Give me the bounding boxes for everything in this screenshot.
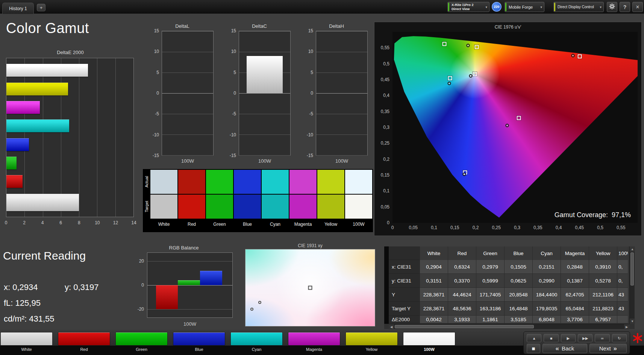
pattern-source-dropdown[interactable]: Direct Display Control ▾ [553, 2, 604, 12]
horizontal-scroll-thumb[interactable] [395, 325, 534, 328]
mini-y-axis: 151050-5-10-15 [150, 31, 161, 156]
cie-measured-marker-blue [463, 173, 466, 176]
table-body: x: CIE310,29040,63240,29790,15050,21510,… [389, 260, 629, 323]
table-vertical-scrollbar[interactable]: ▲ ▼ [629, 246, 635, 324]
table-cell: 228,3671 [420, 288, 448, 302]
pattern-label: Yellow [345, 347, 398, 352]
mini-tick-label: -10 [307, 132, 313, 137]
vertical-scroll-thumb[interactable] [630, 252, 634, 286]
table-header-magenta: Magenta [561, 246, 589, 260]
table-cell: 0,1505 [504, 260, 532, 274]
table-header-white: White [420, 246, 448, 260]
table-row[interactable]: y: CIE310,31510,33700,59990,06250,29900,… [389, 274, 629, 288]
meter-name: X-Rite i1Pro 2 Direct View [452, 3, 474, 11]
pattern-swatch [403, 332, 455, 346]
table-cell: 228,3671 [420, 302, 448, 316]
cie-x-tick-label: 0,5 [597, 225, 603, 230]
pattern-button-cyan[interactable]: Cyan [230, 332, 283, 352]
cie-target-marker-green [442, 42, 447, 46]
cie-x-tick-label: 0,4 [556, 225, 562, 230]
mini-gridline [239, 93, 290, 94]
deltae-bar-blue [6, 138, 29, 151]
workflow-dropdown[interactable]: Mobile Forge ▾ [505, 2, 544, 12]
table-row[interactable]: ΔE20000,00423,19331,18613,51856,80483,77… [389, 316, 629, 323]
pattern-label: Magenta [288, 347, 340, 352]
skip-button[interactable]: ▶▶ [578, 334, 592, 342]
pattern-button-100w[interactable]: 100W [403, 332, 455, 352]
stop-button[interactable]: ■ [544, 334, 558, 342]
loop-button[interactable]: ∞ [595, 334, 609, 342]
settings-button[interactable] [607, 2, 617, 12]
mini-gridline [162, 114, 213, 114]
chart-title: DeltaE 2000 [5, 50, 136, 55]
swatch-column-cyan: Cyan [262, 170, 289, 231]
app-window: History 1 + X-Rite i1Pro 2 Direct View ▾… [0, 0, 644, 355]
swatch-actual [206, 170, 233, 194]
add-tab-button[interactable]: + [37, 4, 45, 11]
gamut-coverage-readout: Gamut Coverage: 97,1% [555, 211, 631, 219]
pattern-button-green[interactable]: Green [115, 332, 168, 352]
mini-tick-label: 0 [311, 91, 313, 96]
table-row[interactable]: Y228,367144,4624171,740520,8548184,44006… [389, 288, 629, 302]
help-button[interactable]: ? [620, 2, 630, 12]
next-button[interactable]: Next » [589, 344, 627, 353]
mini-gridline [316, 134, 367, 135]
table-cell: 43 [617, 302, 628, 316]
table-cell: 0,2848 [561, 260, 589, 274]
table-cell: 211,8823 [589, 302, 617, 316]
deltae-tick-label: 0 [5, 220, 8, 225]
back-button[interactable]: « Back [542, 344, 587, 353]
table-cell: 43 [617, 288, 628, 302]
pattern-button-magenta[interactable]: Magenta [288, 332, 340, 352]
mini-gridline [239, 52, 290, 52]
table-cell: 20,8548 [504, 288, 532, 302]
stop-button[interactable]: ■ [527, 344, 540, 353]
table-cell: 0,3151 [420, 274, 448, 288]
cie-measured-marker-red [571, 54, 574, 57]
swatch-label: Red [178, 222, 205, 227]
mini-gridline [316, 52, 367, 52]
rgb-bar-red [156, 285, 178, 309]
deltae-row-cyan [6, 119, 133, 132]
eject-button[interactable]: ▲ [527, 334, 541, 342]
refresh-button[interactable]: ↻ [612, 334, 627, 342]
x-category-label: 100W [162, 158, 214, 164]
table-row[interactable]: Target Y228,367148,5636163,318616,484817… [389, 302, 629, 316]
scroll-left-arrow[interactable]: ◀ [389, 324, 394, 329]
table-row[interactable]: x: CIE310,29040,63240,29790,15050,21510,… [389, 260, 629, 274]
swatch-actual [345, 170, 372, 194]
mini-tick-label: 15 [308, 28, 313, 33]
back-chevron-icon: « [555, 345, 559, 352]
mini-tick-label: 10 [154, 49, 159, 54]
table-header-blue: Blue [504, 246, 532, 260]
pattern-button-yellow[interactable]: Yellow [345, 332, 398, 352]
pattern-button-blue[interactable]: Blue [173, 332, 225, 352]
chart-title: DeltaL [150, 23, 214, 29]
table-cell: 163,3186 [476, 302, 504, 316]
chart-deltal: DeltaL151050-5-10-15100W [150, 23, 214, 171]
table-cell [617, 316, 628, 323]
mini-tick-label: -5 [309, 111, 313, 116]
pattern-count-badge[interactable]: 220 [492, 2, 502, 12]
deltae-row-red [6, 175, 133, 188]
cie1931-panel: CIE 1931 xy [244, 242, 376, 327]
transport-buttons: ▲■▶▶▶∞↻ [527, 334, 627, 342]
swatch-label: Magenta [289, 222, 317, 227]
deltae-bar-100w [6, 194, 79, 211]
cie1976-panel: CIE 1976 u'v' 00,050,10,150,20,250,30,35… [374, 22, 642, 236]
play-button[interactable]: ▶ [561, 334, 576, 342]
scroll-right-arrow[interactable]: ▶ [624, 324, 629, 329]
table-horizontal-scrollbar[interactable]: ◀ ▶ [389, 324, 629, 329]
close-button[interactable]: × [632, 2, 643, 12]
workflow-name: Mobile Forge [509, 5, 533, 9]
scroll-up-arrow[interactable]: ▲ [630, 246, 635, 252]
pattern-button-white[interactable]: White [0, 332, 53, 352]
scroll-down-arrow[interactable]: ▼ [630, 319, 635, 324]
cie-y-tick-label: 0 [387, 220, 389, 225]
swatch-comparison-strip: Actual Target WhiteRedGreenBlueCyanMagen… [143, 169, 373, 232]
pattern-button-red[interactable]: Red [58, 332, 110, 352]
meter-dropdown[interactable]: X-Rite i1Pro 2 Direct View ▾ [447, 2, 489, 12]
table-cell: 0,2151 [532, 260, 561, 274]
tab-history-1[interactable]: History 1 [2, 3, 34, 14]
table-cell: 1,1861 [476, 316, 504, 323]
